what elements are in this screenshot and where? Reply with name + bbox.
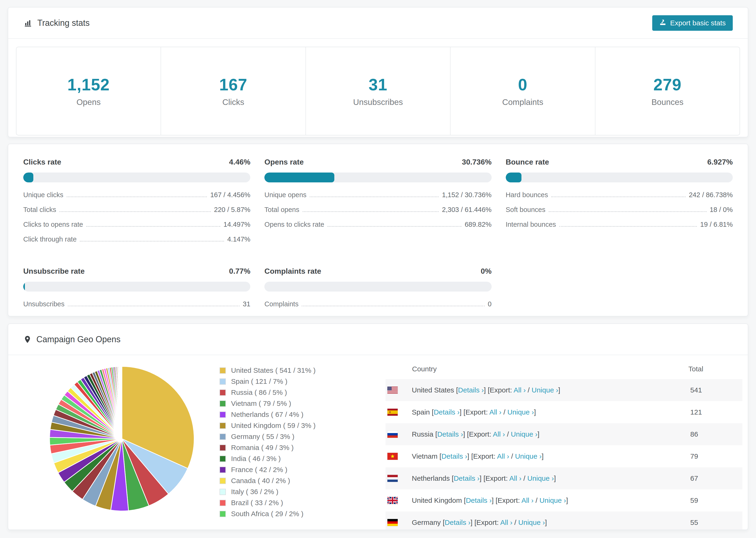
campaign-geo-opens-card: Campaign Geo Opens United States ( 541 /…	[8, 323, 748, 530]
tracking-stats-title: Tracking stats	[23, 18, 90, 28]
rate-detail-row: Internal bounces 19 / 6.81%	[506, 217, 733, 232]
legend-item-brazil[interactable]: Brazil ( 33 / 2% )	[220, 499, 315, 507]
legend-label: Spain ( 121 / 7% )	[231, 377, 287, 385]
legend-item-russia[interactable]: Russia ( 86 / 5% )	[220, 389, 315, 397]
country-cell: Netherlands [Details ›] [Export: All › /…	[412, 474, 690, 482]
bounces-label: Bounces	[652, 97, 683, 107]
details-link[interactable]: Details ›	[434, 408, 459, 416]
details-link[interactable]: Details ›	[445, 518, 470, 526]
country-name: United Kingdom	[412, 497, 462, 504]
export-basic-stats-button[interactable]: Export basic stats	[652, 15, 733, 31]
export-unique-link[interactable]: Unique ›	[511, 430, 537, 438]
legend-item-canada[interactable]: Canada ( 40 / 2% )	[220, 477, 315, 485]
summary-stats-row: 1,152 Opens 167 Clicks 31 Unsubscribes 0…	[16, 47, 740, 135]
rate-value: 0.77%	[229, 267, 250, 276]
pie-slice[interactable]	[122, 366, 122, 439]
country-name: Vietnam	[412, 452, 438, 460]
opens-count: 1,152	[67, 75, 110, 94]
legend-item-india[interactable]: India ( 46 / 3% )	[220, 455, 315, 463]
export-all-link[interactable]: All ›	[500, 518, 513, 526]
details-link[interactable]: Details ›	[441, 452, 467, 460]
legend-item-romania[interactable]: Romania ( 49 / 3% )	[220, 444, 315, 452]
rate-row-label: Complaints	[264, 300, 298, 308]
legend-item-italy[interactable]: Italy ( 36 / 2% )	[220, 488, 315, 496]
export-unique-link[interactable]: Unique ›	[507, 408, 534, 416]
legend-color-swatch	[220, 456, 226, 462]
es-flag-icon	[387, 409, 398, 416]
rate-title: Bounce rate	[506, 158, 549, 166]
total-cell: 55	[690, 518, 742, 526]
geo-table-row-vn: Vietnam [Details ›] [Export: All › / Uni…	[386, 445, 742, 467]
export-all-link[interactable]: All ›	[514, 386, 526, 394]
rate-row-value: 2,303 / 61.446%	[442, 206, 491, 214]
export-unique-link[interactable]: Unique ›	[531, 386, 558, 394]
export-all-link[interactable]: All ›	[521, 497, 534, 504]
export-unique-link[interactable]: Unique ›	[527, 474, 554, 482]
rate-row-label: Click through rate	[23, 236, 77, 243]
rate-progress-fill	[264, 173, 334, 183]
country-name: United States	[412, 386, 454, 394]
total-column-header: Total	[688, 365, 742, 373]
legend-label: United Kingdom ( 59 / 3% )	[231, 422, 315, 430]
legend-label: Vietnam ( 79 / 5% )	[231, 400, 291, 407]
unsubscribes-count: 31	[369, 75, 387, 94]
rate-row-value: 4.147%	[227, 236, 250, 243]
legend-item-netherlands[interactable]: Netherlands ( 67 / 4% )	[220, 410, 315, 418]
legend-item-spain[interactable]: Spain ( 121 / 7% )	[220, 377, 315, 385]
legend-item-united-states[interactable]: United States ( 541 / 31% )	[220, 366, 315, 374]
rate-detail-row: Unsubscribes 31	[23, 297, 250, 311]
rate-row-label: Hard bounces	[506, 191, 548, 199]
dotted-leader	[303, 211, 439, 212]
dotted-leader	[551, 196, 685, 197]
rate-progress-fill	[23, 282, 25, 292]
legend-item-vietnam[interactable]: Vietnam ( 79 / 5% )	[220, 400, 315, 407]
export-unique-link[interactable]: Unique ›	[518, 518, 545, 526]
export-all-link[interactable]: All ›	[497, 452, 509, 460]
rate-panel-complaints-rate: Complaints rate 0% Complaints 0	[264, 267, 491, 311]
rate-detail-row: Unique opens 1,152 / 30.736%	[264, 188, 491, 202]
dotted-leader	[328, 226, 461, 227]
legend-label: United States ( 541 / 31% )	[231, 366, 315, 374]
export-all-link[interactable]: All ›	[489, 408, 502, 416]
pie-svg	[46, 363, 198, 515]
rate-row-label: Unsubscribes	[23, 300, 65, 308]
bar-chart-icon	[23, 18, 33, 28]
legend-color-swatch	[220, 445, 226, 451]
legend-color-swatch	[220, 401, 226, 407]
geo-table-header: Country Total	[386, 359, 742, 379]
details-link[interactable]: Details ›	[458, 386, 484, 394]
export-icon	[659, 19, 666, 27]
legend-item-south-africa[interactable]: South Africa ( 29 / 2% )	[220, 510, 315, 518]
details-link[interactable]: Details ›	[454, 474, 479, 482]
export-all-link[interactable]: All ›	[509, 474, 521, 482]
export-all-link[interactable]: All ›	[493, 430, 505, 438]
geo-table-row-nl: Netherlands [Details ›] [Export: All › /…	[386, 467, 742, 489]
details-link[interactable]: Details ›	[466, 497, 492, 504]
total-cell: 86	[690, 430, 742, 438]
geo-title-text: Campaign Geo Opens	[36, 335, 121, 344]
rate-detail-row: Total clicks 220 / 5.87%	[23, 202, 250, 217]
geo-body: United States ( 541 / 31% ) Spain ( 121 …	[8, 355, 748, 530]
rate-row-label: Clicks to opens rate	[23, 221, 83, 228]
rate-row-value: 31	[243, 300, 250, 308]
legend-label: Brazil ( 33 / 2% )	[231, 499, 283, 507]
details-link[interactable]: Details ›	[437, 430, 463, 438]
total-cell: 541	[690, 386, 742, 394]
country-cell: Spain [Details ›] [Export: All › / Uniqu…	[412, 408, 690, 416]
pie-legend: United States ( 541 / 31% ) Spain ( 121 …	[220, 366, 315, 518]
rate-panel-bounce-rate: Bounce rate 6.927% Hard bounces 242 / 86…	[506, 158, 733, 247]
tracking-stats-card: Tracking stats Export basic stats 1,152 …	[8, 7, 748, 137]
export-unique-link[interactable]: Unique ›	[515, 452, 542, 460]
rate-detail-row: Soft bounces 18 / 0%	[506, 202, 733, 217]
legend-item-france[interactable]: France ( 42 / 2% )	[220, 466, 315, 474]
geo-table-row-de: Germany [Details ›] [Export: All › / Uni…	[386, 511, 742, 530]
rate-title-row: Clicks rate 4.46%	[23, 158, 250, 166]
total-cell: 67	[690, 474, 742, 482]
rate-detail-row: Opens to clicks rate 689.82%	[264, 217, 491, 232]
rate-row-label: Total clicks	[23, 206, 56, 214]
legend-item-germany[interactable]: Germany ( 55 / 3% )	[220, 433, 315, 441]
rate-title: Opens rate	[264, 158, 303, 166]
export-unique-link[interactable]: Unique ›	[540, 497, 566, 504]
legend-item-united-kingdom[interactable]: United Kingdom ( 59 / 3% )	[220, 422, 315, 430]
rate-row-value: 19 / 6.81%	[700, 221, 733, 228]
